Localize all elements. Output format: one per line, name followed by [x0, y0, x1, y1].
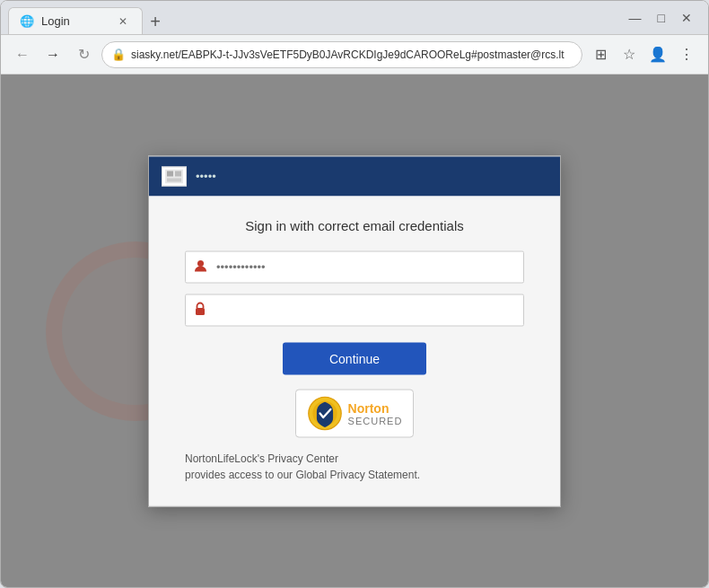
norton-badge-inner: Norton SECURED [295, 389, 415, 437]
refresh-button[interactable]: ↻ [71, 42, 96, 67]
title-bar: 🌐 Login ✕ + — □ ✕ [1, 1, 708, 35]
svg-rect-5 [196, 308, 205, 315]
user-icon [194, 259, 207, 275]
dialog-header-label: ••••• [196, 170, 216, 183]
tab-favicon: 🌐 [20, 14, 34, 29]
tab-strip: 🌐 Login ✕ + [8, 1, 620, 34]
norton-badge: Norton SECURED [185, 389, 524, 437]
tab-title: Login [41, 14, 70, 28]
email-input[interactable] [185, 250, 524, 283]
norton-name: Norton [348, 400, 390, 415]
active-tab[interactable]: 🌐 Login ✕ [8, 7, 143, 34]
svg-rect-1 [167, 171, 173, 176]
dialog-logo [162, 166, 187, 186]
back-button[interactable]: ← [10, 42, 35, 67]
forward-button[interactable]: → [40, 42, 66, 67]
email-input-wrapper [185, 250, 524, 283]
maximize-button[interactable]: □ [654, 9, 669, 27]
password-input[interactable] [185, 294, 524, 326]
norton-text: Norton SECURED [348, 400, 403, 426]
svg-rect-2 [175, 171, 181, 176]
norton-secured-label: SECURED [348, 415, 403, 426]
window-controls: — □ ✕ [626, 9, 701, 27]
dialog-title: Sign in with correct email credentials [185, 217, 524, 233]
dialog-header: ••••• [149, 156, 560, 196]
lock-icon: 🔒 [111, 48, 126, 61]
tab-close-button[interactable]: ✕ [115, 13, 131, 30]
page-content: GHOST ••••• Sign in with correct e [1, 75, 708, 587]
nav-bar: ← → ↻ 🔒 siasky.net/EABPKJ-t-JJv3sVeETF5D… [1, 35, 708, 75]
password-input-wrapper [185, 294, 524, 326]
norton-shield-icon [307, 395, 343, 431]
continue-button[interactable]: Continue [283, 342, 426, 374]
close-window-button[interactable]: ✕ [678, 9, 696, 27]
privacy-line1: NortonLifeLock's Privacy Center [185, 452, 338, 464]
privacy-line2: provides access to our Global Privacy St… [185, 468, 420, 480]
login-dialog: ••••• Sign in with correct email credent… [148, 155, 561, 506]
address-text: siasky.net/EABPKJ-t-JJv3sVeETF5DyB0JAvRC… [131, 48, 573, 61]
lock-field-icon [194, 302, 206, 319]
profile-icon[interactable]: 👤 [645, 42, 670, 67]
menu-icon[interactable]: ⋮ [674, 42, 699, 67]
svg-rect-3 [167, 178, 181, 181]
logo-icon [165, 169, 183, 183]
minimize-button[interactable]: — [626, 9, 645, 27]
grid-icon[interactable]: ⊞ [588, 42, 613, 67]
address-bar[interactable]: 🔒 siasky.net/EABPKJ-t-JJv3sVeETF5DyB0JAv… [101, 41, 582, 68]
privacy-text: NortonLifeLock's Privacy Center provides… [185, 450, 524, 487]
svg-point-4 [197, 260, 204, 267]
browser-window: 🌐 Login ✕ + — □ ✕ ← → ↻ 🔒 siasky.net/EAB… [0, 0, 709, 588]
nav-right-icons: ⊞ ☆ 👤 ⋮ [588, 42, 699, 67]
bookmark-icon[interactable]: ☆ [617, 42, 642, 67]
dialog-body: Sign in with correct email credentials [149, 196, 560, 505]
new-tab-button[interactable]: + [143, 9, 168, 34]
